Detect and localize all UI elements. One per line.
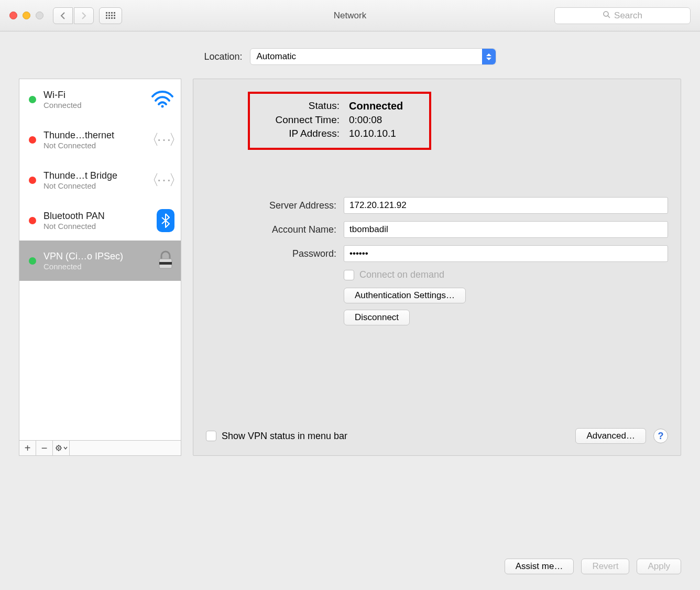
status-dot-icon bbox=[29, 136, 36, 144]
advanced-button[interactable]: Advanced… bbox=[575, 428, 646, 444]
location-label: Location: bbox=[204, 51, 242, 62]
sidebar-item-thunderbolt-ethernet[interactable]: Thunde…thernet Not Connected 〈⋯〉 bbox=[19, 119, 181, 160]
connect-on-demand-checkbox bbox=[344, 270, 354, 280]
sidebar-wrap: Wi-Fi Connected Thunde…thernet Not Conne… bbox=[19, 79, 181, 456]
status-dot-icon bbox=[29, 177, 36, 184]
authentication-settings-button[interactable]: Authentication Settings… bbox=[344, 288, 466, 303]
sidebar-footer: + − bbox=[19, 440, 181, 456]
connect-time-value: 0:00:08 bbox=[349, 114, 421, 126]
svg-line-14 bbox=[60, 446, 61, 447]
interface-status: Not Connected bbox=[43, 222, 105, 231]
bluetooth-icon bbox=[157, 209, 174, 232]
grid-icon bbox=[106, 12, 115, 19]
ip-address-value: 10.10.10.1 bbox=[349, 128, 421, 139]
svg-point-0 bbox=[604, 12, 608, 16]
svg-line-11 bbox=[57, 446, 58, 447]
ethernet-icon: 〈⋯〉 bbox=[150, 172, 174, 188]
server-address-label: Server Address: bbox=[206, 200, 344, 211]
status-dot-icon bbox=[29, 257, 36, 265]
help-button[interactable]: ? bbox=[653, 429, 668, 443]
minimize-button[interactable] bbox=[23, 12, 30, 19]
status-value: Connected bbox=[349, 100, 421, 112]
disconnect-button[interactable]: Disconnect bbox=[344, 310, 410, 325]
svg-point-6 bbox=[58, 447, 59, 449]
sidebar-item-vpn[interactable]: VPN (Ci…o IPSec) Connected bbox=[19, 241, 181, 281]
location-dropdown[interactable]: Automatic bbox=[250, 48, 496, 65]
status-box: Status: Connected Connect Time: 0:00:08 … bbox=[248, 92, 431, 150]
panel-bottom-row: Show VPN status in menu bar Advanced… ? bbox=[206, 428, 668, 444]
detail-panel: Status: Connected Connect Time: 0:00:08 … bbox=[193, 79, 681, 456]
show-vpn-checkbox[interactable] bbox=[206, 431, 216, 441]
password-input[interactable] bbox=[344, 245, 668, 262]
sidebar-item-thunderbolt-bridge[interactable]: Thunde…t Bridge Not Connected 〈⋯〉 bbox=[19, 160, 181, 200]
window-actions: Assist me… Revert Apply bbox=[505, 559, 681, 574]
assist-me-button[interactable]: Assist me… bbox=[505, 559, 574, 574]
account-name-label: Account Name: bbox=[206, 224, 344, 235]
interface-name: VPN (Ci…o IPSec) bbox=[43, 251, 123, 262]
interface-status: Connected bbox=[43, 262, 123, 271]
connect-on-demand-label: Connect on demand bbox=[359, 269, 444, 280]
interface-name: Thunde…thernet bbox=[43, 130, 114, 141]
ethernet-icon: 〈⋯〉 bbox=[150, 132, 174, 148]
svg-line-12 bbox=[60, 450, 61, 451]
all-preferences-button[interactable] bbox=[99, 7, 122, 24]
svg-line-13 bbox=[57, 450, 58, 451]
close-button[interactable] bbox=[9, 12, 17, 19]
show-vpn-label: Show VPN status in menu bar bbox=[222, 431, 347, 442]
ip-address-label: IP Address: bbox=[258, 128, 340, 139]
search-icon bbox=[603, 10, 611, 21]
svg-line-1 bbox=[608, 16, 610, 18]
apply-button[interactable]: Apply bbox=[637, 559, 681, 574]
lock-icon bbox=[157, 249, 174, 272]
interface-name: Bluetooth PAN bbox=[43, 211, 105, 222]
svg-point-2 bbox=[161, 105, 164, 107]
show-vpn-option: Show VPN status in menu bar bbox=[206, 431, 347, 442]
interface-name: Thunde…t Bridge bbox=[43, 170, 117, 181]
titlebar: Network Search bbox=[0, 0, 700, 31]
wifi-icon bbox=[150, 89, 174, 110]
network-preferences-window: Network Search Location: Automatic Wi-Fi bbox=[0, 0, 700, 590]
add-interface-button[interactable]: + bbox=[19, 441, 36, 455]
location-row: Location: Automatic bbox=[0, 48, 700, 65]
sidebar-item-wifi[interactable]: Wi-Fi Connected bbox=[19, 79, 181, 119]
nav-buttons bbox=[53, 7, 94, 24]
interface-status: Connected bbox=[43, 101, 82, 110]
revert-button[interactable]: Revert bbox=[581, 559, 629, 574]
interface-list: Wi-Fi Connected Thunde…thernet Not Conne… bbox=[19, 79, 181, 440]
svg-rect-4 bbox=[159, 262, 172, 265]
window-title: Network bbox=[334, 10, 366, 21]
search-placeholder: Search bbox=[614, 10, 642, 21]
remove-interface-button[interactable]: − bbox=[36, 441, 53, 455]
forward-button[interactable] bbox=[74, 7, 94, 24]
vpn-form: Server Address: Account Name: Password: … bbox=[206, 197, 668, 325]
zoom-button bbox=[36, 12, 43, 19]
sidebar-item-bluetooth-pan[interactable]: Bluetooth PAN Not Connected bbox=[19, 200, 181, 241]
interface-status: Not Connected bbox=[43, 181, 117, 190]
back-button[interactable] bbox=[53, 7, 73, 24]
dropdown-arrows-icon bbox=[482, 49, 496, 64]
status-label: Status: bbox=[258, 100, 340, 112]
server-address-input[interactable] bbox=[344, 197, 668, 214]
account-name-input[interactable] bbox=[344, 221, 668, 238]
location-value: Automatic bbox=[257, 51, 297, 62]
interface-status: Not Connected bbox=[43, 141, 114, 150]
search-input[interactable]: Search bbox=[554, 7, 691, 24]
connect-time-label: Connect Time: bbox=[258, 114, 340, 126]
status-dot-icon bbox=[29, 96, 36, 103]
interface-actions-menu[interactable] bbox=[53, 441, 70, 455]
interface-name: Wi-Fi bbox=[43, 90, 82, 101]
password-label: Password: bbox=[206, 248, 344, 259]
main-area: Wi-Fi Connected Thunde…thernet Not Conne… bbox=[0, 65, 700, 456]
status-dot-icon bbox=[29, 217, 36, 224]
traffic-lights bbox=[9, 12, 43, 19]
